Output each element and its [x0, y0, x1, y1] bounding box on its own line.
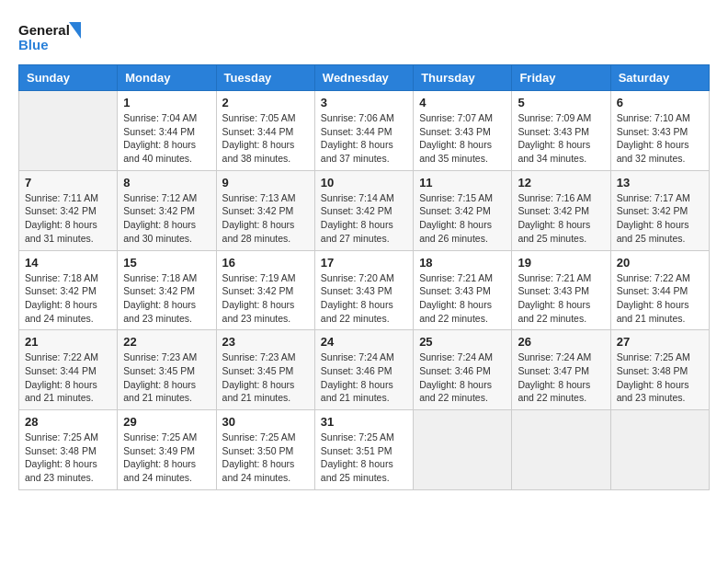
day-info: Sunrise: 7:24 AM Sunset: 3:46 PM Dayligh…	[419, 350, 506, 405]
calendar-cell	[414, 410, 512, 490]
day-header-thursday: Thursday	[414, 65, 512, 91]
day-number: 8	[123, 176, 210, 190]
calendar-cell: 17Sunrise: 7:20 AM Sunset: 3:43 PM Dayli…	[314, 250, 413, 330]
day-number: 1	[123, 96, 210, 109]
logo: GeneralBlue	[18, 18, 83, 55]
day-info: Sunrise: 7:11 AM Sunset: 3:42 PM Dayligh…	[25, 191, 111, 246]
day-info: Sunrise: 7:14 AM Sunset: 3:42 PM Dayligh…	[321, 191, 407, 246]
day-info: Sunrise: 7:05 AM Sunset: 3:44 PM Dayligh…	[222, 111, 309, 166]
day-info: Sunrise: 7:07 AM Sunset: 3:43 PM Dayligh…	[419, 111, 506, 166]
day-number: 13	[617, 176, 703, 190]
calendar-cell: 20Sunrise: 7:22 AM Sunset: 3:44 PM Dayli…	[610, 250, 709, 330]
day-info: Sunrise: 7:13 AM Sunset: 3:42 PM Dayligh…	[222, 191, 309, 246]
day-number: 11	[419, 176, 506, 190]
calendar-cell: 24Sunrise: 7:24 AM Sunset: 3:46 PM Dayli…	[314, 330, 413, 410]
calendar-cell: 16Sunrise: 7:19 AM Sunset: 3:42 PM Dayli…	[216, 250, 314, 330]
svg-text:General: General	[18, 22, 70, 38]
day-number: 24	[321, 335, 407, 349]
calendar-table: SundayMondayTuesdayWednesdayThursdayFrid…	[18, 64, 710, 490]
calendar-cell: 4Sunrise: 7:07 AM Sunset: 3:43 PM Daylig…	[414, 91, 512, 171]
calendar-cell: 6Sunrise: 7:10 AM Sunset: 3:43 PM Daylig…	[610, 91, 709, 171]
day-header-tuesday: Tuesday	[216, 65, 314, 91]
day-info: Sunrise: 7:12 AM Sunset: 3:42 PM Dayligh…	[123, 191, 210, 246]
day-number: 30	[222, 415, 309, 429]
day-info: Sunrise: 7:25 AM Sunset: 3:49 PM Dayligh…	[123, 431, 210, 485]
day-number: 10	[321, 176, 407, 190]
day-number: 26	[518, 335, 604, 349]
calendar-cell: 2Sunrise: 7:05 AM Sunset: 3:44 PM Daylig…	[216, 91, 314, 171]
calendar-cell	[512, 410, 610, 490]
calendar-header-row: SundayMondayTuesdayWednesdayThursdayFrid…	[19, 65, 710, 91]
calendar-cell: 30Sunrise: 7:25 AM Sunset: 3:50 PM Dayli…	[216, 410, 314, 490]
day-number: 21	[25, 335, 111, 349]
day-number: 19	[518, 256, 604, 270]
day-info: Sunrise: 7:22 AM Sunset: 3:44 PM Dayligh…	[25, 350, 111, 405]
svg-text:Blue: Blue	[18, 37, 49, 52]
day-info: Sunrise: 7:21 AM Sunset: 3:43 PM Dayligh…	[419, 271, 506, 326]
day-info: Sunrise: 7:24 AM Sunset: 3:47 PM Dayligh…	[518, 350, 604, 405]
day-number: 15	[123, 256, 210, 270]
day-info: Sunrise: 7:18 AM Sunset: 3:42 PM Dayligh…	[25, 271, 111, 326]
day-number: 4	[419, 96, 506, 109]
day-number: 20	[617, 256, 703, 270]
day-number: 25	[419, 335, 506, 349]
day-number: 3	[321, 96, 407, 109]
calendar-week-0: 1Sunrise: 7:04 AM Sunset: 3:44 PM Daylig…	[19, 91, 710, 171]
calendar-cell: 28Sunrise: 7:25 AM Sunset: 3:48 PM Dayli…	[19, 410, 118, 490]
calendar-cell: 13Sunrise: 7:17 AM Sunset: 3:42 PM Dayli…	[610, 170, 709, 250]
logo-svg: GeneralBlue	[18, 18, 83, 55]
day-number: 29	[123, 415, 210, 429]
day-number: 7	[25, 176, 111, 190]
calendar-cell: 1Sunrise: 7:04 AM Sunset: 3:44 PM Daylig…	[118, 91, 216, 171]
day-number: 22	[123, 335, 210, 349]
day-info: Sunrise: 7:06 AM Sunset: 3:44 PM Dayligh…	[321, 111, 407, 166]
calendar-cell	[610, 410, 709, 490]
calendar-cell: 12Sunrise: 7:16 AM Sunset: 3:42 PM Dayli…	[512, 170, 610, 250]
page-header: GeneralBlue	[18, 18, 710, 55]
calendar-cell: 19Sunrise: 7:21 AM Sunset: 3:43 PM Dayli…	[512, 250, 610, 330]
calendar-cell: 26Sunrise: 7:24 AM Sunset: 3:47 PM Dayli…	[512, 330, 610, 410]
calendar-cell: 3Sunrise: 7:06 AM Sunset: 3:44 PM Daylig…	[314, 91, 413, 171]
calendar-week-3: 21Sunrise: 7:22 AM Sunset: 3:44 PM Dayli…	[19, 330, 710, 410]
calendar-week-4: 28Sunrise: 7:25 AM Sunset: 3:48 PM Dayli…	[19, 410, 710, 490]
day-number: 6	[617, 96, 703, 109]
calendar-cell: 9Sunrise: 7:13 AM Sunset: 3:42 PM Daylig…	[216, 170, 314, 250]
day-info: Sunrise: 7:15 AM Sunset: 3:42 PM Dayligh…	[419, 191, 506, 246]
calendar-cell: 10Sunrise: 7:14 AM Sunset: 3:42 PM Dayli…	[314, 170, 413, 250]
day-info: Sunrise: 7:18 AM Sunset: 3:42 PM Dayligh…	[123, 271, 210, 326]
day-info: Sunrise: 7:22 AM Sunset: 3:44 PM Dayligh…	[617, 271, 703, 326]
day-number: 31	[321, 415, 407, 429]
calendar-cell: 25Sunrise: 7:24 AM Sunset: 3:46 PM Dayli…	[414, 330, 512, 410]
day-number: 16	[222, 256, 309, 270]
day-number: 14	[25, 256, 111, 270]
day-number: 18	[419, 256, 506, 270]
day-header-saturday: Saturday	[610, 65, 709, 91]
calendar-cell: 18Sunrise: 7:21 AM Sunset: 3:43 PM Dayli…	[414, 250, 512, 330]
calendar-cell: 27Sunrise: 7:25 AM Sunset: 3:48 PM Dayli…	[610, 330, 709, 410]
day-info: Sunrise: 7:25 AM Sunset: 3:50 PM Dayligh…	[222, 431, 309, 485]
day-number: 5	[518, 96, 604, 109]
day-info: Sunrise: 7:19 AM Sunset: 3:42 PM Dayligh…	[222, 271, 309, 326]
day-info: Sunrise: 7:17 AM Sunset: 3:42 PM Dayligh…	[617, 191, 703, 246]
day-info: Sunrise: 7:24 AM Sunset: 3:46 PM Dayligh…	[321, 350, 407, 405]
day-number: 27	[617, 335, 703, 349]
day-info: Sunrise: 7:16 AM Sunset: 3:42 PM Dayligh…	[518, 191, 604, 246]
day-info: Sunrise: 7:25 AM Sunset: 3:48 PM Dayligh…	[25, 431, 111, 485]
calendar-cell: 11Sunrise: 7:15 AM Sunset: 3:42 PM Dayli…	[414, 170, 512, 250]
calendar-week-2: 14Sunrise: 7:18 AM Sunset: 3:42 PM Dayli…	[19, 250, 710, 330]
calendar-cell: 5Sunrise: 7:09 AM Sunset: 3:43 PM Daylig…	[512, 91, 610, 171]
day-header-friday: Friday	[512, 65, 610, 91]
day-info: Sunrise: 7:25 AM Sunset: 3:48 PM Dayligh…	[617, 350, 703, 405]
day-number: 17	[321, 256, 407, 270]
calendar-week-1: 7Sunrise: 7:11 AM Sunset: 3:42 PM Daylig…	[19, 170, 710, 250]
day-info: Sunrise: 7:23 AM Sunset: 3:45 PM Dayligh…	[222, 350, 309, 405]
day-header-monday: Monday	[118, 65, 216, 91]
calendar-cell	[19, 91, 118, 171]
day-info: Sunrise: 7:21 AM Sunset: 3:43 PM Dayligh…	[518, 271, 604, 326]
day-header-sunday: Sunday	[19, 65, 118, 91]
calendar-cell: 14Sunrise: 7:18 AM Sunset: 3:42 PM Dayli…	[19, 250, 118, 330]
day-number: 9	[222, 176, 309, 190]
day-info: Sunrise: 7:04 AM Sunset: 3:44 PM Dayligh…	[123, 111, 210, 166]
calendar-cell: 31Sunrise: 7:25 AM Sunset: 3:51 PM Dayli…	[314, 410, 413, 490]
day-number: 12	[518, 176, 604, 190]
